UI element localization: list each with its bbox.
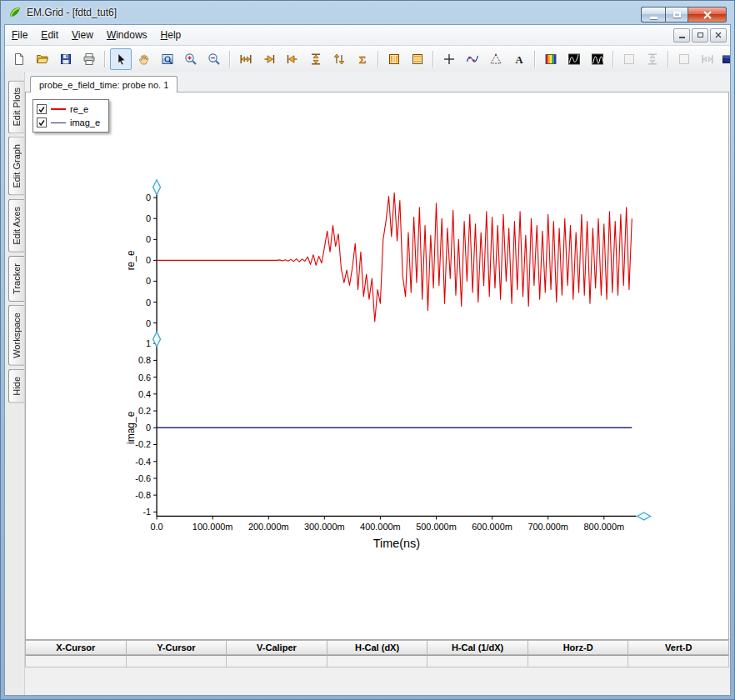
mdi-restore-button[interactable] — [692, 28, 708, 42]
autoscale-button[interactable]: Σ — [352, 48, 373, 70]
side-tab-hide[interactable]: Hide — [8, 369, 24, 403]
lock-vertical-button — [618, 48, 640, 70]
new-icon — [12, 52, 26, 66]
side-tab-workspace[interactable]: Workspace — [8, 305, 24, 366]
data-rows-button[interactable] — [407, 48, 428, 70]
select-tool-button[interactable] — [110, 48, 132, 70]
toolbar-separator — [229, 51, 231, 68]
chk-icon — [622, 52, 636, 66]
minimize-button[interactable] — [641, 7, 665, 22]
app-window: EM.Grid - [fdtd_tut6] FileEditViewWindow… — [0, 0, 735, 700]
plot-canvas[interactable]: 0000000re_e10.80.60.40.20-0.2-0.4-0.6-0.… — [25, 92, 729, 640]
vertical-fit-button — [642, 48, 663, 70]
tab-probe-e-field-time[interactable]: probe_e_field_time: probe no. 1 — [30, 76, 178, 92]
zoom-out-button[interactable] — [203, 48, 225, 70]
side-tab-edit-graph[interactable]: Edit Graph — [8, 137, 24, 196]
plot-svg[interactable]: 0000000re_e10.80.60.40.20-0.2-0.4-0.6-0.… — [26, 92, 728, 639]
y-tick-label: 0 — [146, 422, 151, 432]
y-tick-label: 0.4 — [138, 389, 151, 399]
open-button[interactable] — [32, 48, 53, 70]
side-tab-edit-axes[interactable]: Edit Axes — [8, 199, 24, 252]
axis-handle-imag_e[interactable] — [153, 332, 161, 347]
menu-edit[interactable]: Edit — [34, 27, 65, 43]
y-tick-label: 0 — [146, 276, 151, 286]
side-tab-strip: Edit PlotsEdit GraphEdit AxesTrackerWork… — [5, 72, 25, 695]
zoom-in-button[interactable] — [180, 48, 202, 70]
data-columns-button[interactable] — [383, 48, 405, 70]
menu-windows[interactable]: Windows — [100, 27, 154, 43]
axis-handle-re_e[interactable] — [153, 180, 161, 195]
caption-buttons — [641, 7, 727, 22]
document-tab-bar: probe_e_field_time: probe no. 1 — [25, 72, 730, 92]
horizontal-fit-button — [697, 48, 718, 70]
save-button[interactable] — [55, 48, 77, 70]
legend-checkbox-imag_e[interactable] — [37, 118, 47, 128]
shift-right-button[interactable] — [258, 48, 280, 70]
footer-col-horz-d: Horz-D — [528, 640, 629, 655]
window-title: EM.Grid - [fdtd_tut6] — [27, 7, 117, 18]
zoombox-icon — [161, 52, 174, 66]
fft-waveform-button[interactable] — [563, 48, 585, 70]
maximize-button[interactable] — [665, 7, 688, 22]
x-tick-label: 600.000m — [472, 522, 512, 532]
x-tick-label: 100.000m — [192, 522, 233, 532]
print-icon — [82, 52, 96, 66]
layout-button[interactable]: Layout — [719, 48, 730, 70]
cmap-icon — [544, 52, 558, 66]
menu-view[interactable]: View — [65, 27, 100, 43]
pan-tool-button[interactable] — [133, 48, 155, 70]
delta-marker-button[interactable] — [485, 48, 507, 70]
y-axis-title-re_e: re_e — [125, 250, 137, 270]
x-tick-label: 700.000m — [528, 522, 568, 532]
curve-markers-button[interactable] — [462, 48, 483, 70]
legend-checkbox-re_e[interactable] — [37, 104, 47, 114]
mdi-minimize-button[interactable] — [673, 28, 690, 42]
fit-width-button[interactable] — [235, 48, 257, 70]
footer-col-v-caliper: V-Caliper — [227, 640, 328, 655]
shift-left-button[interactable] — [282, 48, 303, 70]
menu-file[interactable]: File — [5, 27, 34, 43]
maximize-icon — [673, 12, 681, 18]
y-tick-label: 0.8 — [138, 355, 151, 365]
footer-value-cell — [227, 655, 328, 668]
legend-row-imag_e: imag_e — [37, 116, 100, 129]
hand-icon — [138, 52, 151, 66]
print-button[interactable] — [78, 48, 100, 70]
fit-height-button[interactable] — [305, 48, 327, 70]
svg-text:Σ: Σ — [359, 53, 367, 66]
move-vertical-button[interactable] — [328, 48, 350, 70]
cols2-icon — [411, 52, 424, 66]
y-tick-label: -0.8 — [135, 490, 151, 500]
close-button[interactable] — [688, 7, 727, 22]
y-tick-label: 0 — [146, 318, 151, 328]
toolbar-separator — [612, 51, 614, 68]
toolbar-separator — [534, 51, 536, 68]
crosshair-button[interactable] — [438, 48, 460, 70]
color-map-button[interactable] — [540, 48, 562, 70]
fft-window-button[interactable] — [587, 48, 608, 70]
zoom-region-button[interactable] — [157, 48, 178, 70]
minimize-icon — [650, 17, 658, 19]
footer-value-cell — [25, 655, 127, 668]
x-tick-label: 300.000m — [304, 522, 345, 532]
close-icon — [703, 11, 712, 19]
side-tab-tracker[interactable]: Tracker — [8, 256, 24, 302]
mdi-close-button[interactable] — [710, 28, 727, 42]
new-button[interactable] — [8, 48, 30, 70]
add-text-button[interactable]: A — [508, 48, 530, 70]
x-tick-label: 800.000m — [583, 522, 624, 532]
open-icon — [36, 52, 49, 66]
axis-handle-x[interactable] — [638, 512, 651, 520]
y-tick-label: -0.6 — [135, 473, 151, 483]
series-re_e — [157, 192, 632, 322]
title-bar: EM.Grid - [fdtd_tut6] — [1, 1, 734, 23]
x-axis-title: Time(ns) — [373, 537, 420, 550]
arrowl-icon — [286, 52, 299, 66]
toolbar-separator — [378, 51, 379, 68]
x-tick-label: 200.000m — [248, 522, 289, 532]
y-tick-label: -0.4 — [135, 457, 151, 467]
side-tab-edit-plots[interactable]: Edit Plots — [8, 80, 24, 133]
menu-help[interactable]: Help — [154, 27, 188, 43]
legend-row-re_e: re_e — [37, 102, 100, 116]
x-tick-label: 500.000m — [416, 522, 457, 532]
